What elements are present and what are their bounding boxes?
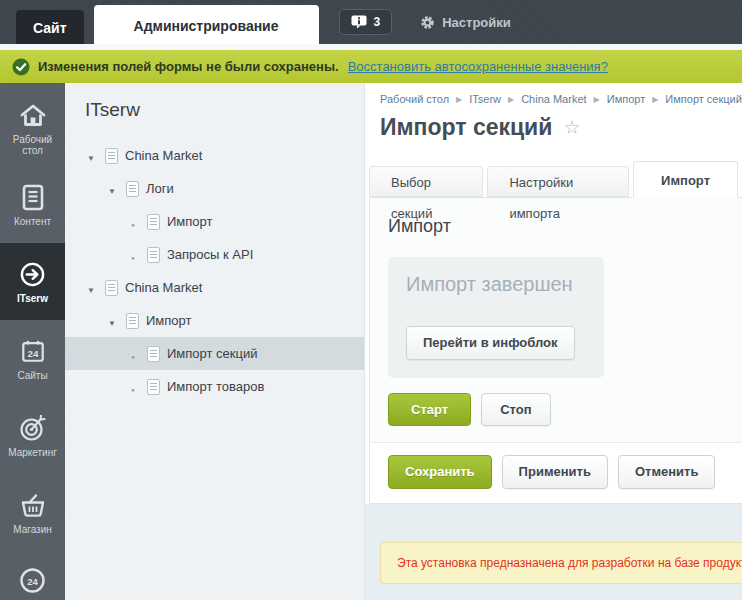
breadcrumb-arrow-icon — [594, 95, 600, 104]
start-button[interactable]: Старт — [388, 393, 471, 427]
content-row: Рабочий стол Контент ITserw 24 Сайты Мар… — [0, 83, 742, 600]
sidebar-item-marketing[interactable]: Маркетинг — [0, 397, 65, 474]
sidebar-item-label: Контент — [14, 216, 51, 227]
form-tabs: Выбор секций Настройки импорта Импорт — [369, 161, 742, 197]
expand-arrow-icon[interactable] — [83, 279, 99, 297]
bullet-icon — [125, 378, 141, 396]
sidebar-item-sites[interactable]: 24 Сайты — [0, 320, 65, 397]
document-icon — [105, 280, 118, 296]
tree-item-label: Логи — [146, 181, 174, 196]
sidebar-item-desktop[interactable]: Рабочий стол — [0, 89, 65, 166]
favorite-star-icon[interactable] — [563, 116, 580, 139]
tree-item-label: Импорт товаров — [167, 379, 264, 394]
tree-item-import-sections[interactable]: Импорт секций — [65, 337, 364, 370]
settings-label: Настройки — [442, 15, 511, 30]
stop-button[interactable]: Стоп — [481, 393, 550, 427]
document-icon — [147, 214, 160, 230]
breadcrumb-arrow-icon — [456, 95, 462, 104]
breadcrumb-arrow-icon — [508, 95, 514, 104]
main-content: Рабочий стол ITserw China Market Импорт … — [365, 83, 742, 600]
save-button[interactable]: Сохранить — [388, 455, 492, 489]
notifications-button[interactable]: 3 — [339, 9, 393, 35]
sidebar-item-partial-24[interactable]: 24 — [0, 567, 65, 598]
gear-icon — [420, 15, 435, 30]
bullet-icon — [125, 345, 141, 363]
tree-item-label: Запросы к API — [167, 247, 253, 262]
sidebar-item-shop[interactable]: Магазин — [0, 474, 65, 551]
settings-button[interactable]: Настройки — [420, 15, 511, 30]
breadcrumb-item-import[interactable]: Импорт — [607, 93, 645, 105]
tree-item-china-market-2[interactable]: China Market — [65, 271, 364, 304]
left-sidebar: Рабочий стол Контент ITserw 24 Сайты Мар… — [0, 83, 65, 600]
breadcrumb-item-desktop[interactable]: Рабочий стол — [380, 93, 449, 105]
document-icon — [126, 181, 139, 197]
breadcrumb-item-itserw[interactable]: ITserw — [469, 93, 501, 105]
import-status-box: Импорт завершен Перейти в инфоблок — [388, 257, 604, 378]
tree-item-import-log[interactable]: Импорт — [65, 205, 364, 238]
tree-item-import[interactable]: Импорт — [65, 304, 364, 337]
site-tab[interactable]: Сайт — [16, 10, 84, 44]
basket-icon — [19, 490, 47, 520]
goto-infoblock-button[interactable]: Перейти в инфоблок — [406, 326, 575, 360]
document-icon — [147, 247, 160, 263]
sidebar-item-label: Сайты — [17, 370, 47, 381]
target-icon — [19, 413, 47, 443]
tree-item-label: Импорт — [167, 214, 212, 229]
breadcrumb-item-china-market[interactable]: China Market — [521, 93, 586, 105]
top-bar: Сайт Администрирование 3 Настройки — [0, 0, 742, 44]
tree-title: ITserw — [85, 99, 364, 121]
sidebar-item-content[interactable]: Контент — [0, 166, 65, 243]
tree-item-label: China Market — [125, 148, 202, 163]
tree-item-api-requests[interactable]: Запросы к API — [65, 238, 364, 271]
document-lines-icon — [21, 182, 45, 212]
apply-button[interactable]: Применить — [502, 455, 608, 489]
expand-arrow-icon[interactable] — [83, 147, 99, 165]
document-icon — [126, 313, 139, 329]
autosave-notice-bar: Изменения полей формы не были сохранены.… — [0, 50, 742, 83]
bullet-icon — [125, 246, 141, 264]
tree-item-china-market-1[interactable]: China Market — [65, 139, 364, 172]
import-status-text: Импорт завершен — [406, 273, 586, 296]
sidebar-item-label: Магазин — [13, 524, 52, 535]
restore-autosave-link[interactable]: Восстановить автосохраненные значения? — [348, 59, 608, 74]
sidebar-item-label: ITserw — [17, 293, 48, 304]
form-panel: Импорт Импорт завершен Перейти в инфобло… — [369, 197, 742, 504]
sidebar-item-itserw[interactable]: ITserw — [0, 243, 65, 320]
page-footer-area: Эта установка предназначена для разработ… — [365, 504, 742, 600]
svg-text:24: 24 — [27, 576, 38, 587]
circle-24-icon: 24 — [19, 567, 46, 598]
expand-arrow-icon[interactable] — [104, 180, 120, 198]
navigation-tree-panel: ITserw China Market Логи Импорт Запросы … — [65, 83, 365, 600]
document-icon — [147, 379, 160, 395]
cancel-button[interactable]: Отменить — [618, 455, 716, 489]
tree-item-import-products[interactable]: Импорт товаров — [65, 370, 364, 403]
breadcrumb-item-import-sections[interactable]: Импорт секций — [665, 93, 742, 105]
expand-arrow-icon[interactable] — [104, 312, 120, 330]
trial-warning-message: Эта установка предназначена для разработ… — [380, 542, 742, 584]
document-icon — [105, 148, 118, 164]
calendar-24-icon: 24 — [20, 336, 46, 366]
sidebar-item-label: Маркетинг — [8, 447, 57, 458]
breadcrumb: Рабочий стол ITserw China Market Импорт … — [365, 83, 742, 105]
sidebar-item-label: Рабочий стол — [4, 134, 62, 156]
tree-item-label: China Market — [125, 280, 202, 295]
tab-import[interactable]: Импорт — [633, 161, 738, 198]
breadcrumb-arrow-icon — [652, 95, 658, 104]
tab-section-select[interactable]: Выбор секций — [369, 166, 483, 197]
arrow-circle-icon — [19, 259, 46, 289]
info-bubble-icon — [351, 15, 367, 29]
svg-text:24: 24 — [27, 348, 38, 359]
admin-tab[interactable]: Администрирование — [94, 5, 319, 44]
form-actions: Сохранить Применить Отменить — [370, 442, 742, 503]
page-title: Импорт секций — [380, 114, 552, 141]
notice-message: Изменения полей формы не были сохранены. — [38, 59, 339, 74]
document-icon — [147, 346, 160, 362]
notification-count: 3 — [374, 15, 381, 29]
tab-import-settings[interactable]: Настройки импорта — [487, 166, 629, 197]
panel-heading: Импорт — [388, 216, 736, 237]
tree-item-logs[interactable]: Логи — [65, 172, 364, 205]
tree-item-label: Импорт — [146, 313, 191, 328]
bullet-icon — [125, 213, 141, 231]
tree-item-label: Импорт секций — [167, 346, 257, 361]
home-icon — [19, 100, 47, 130]
